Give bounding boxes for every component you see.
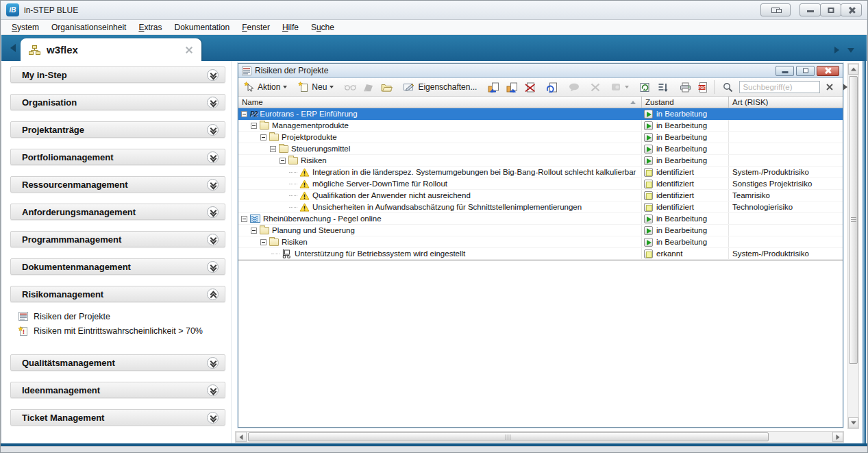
comment-button[interactable] bbox=[565, 79, 583, 95]
table-row[interactable]: Planung und Steuerung in Bearbeitung bbox=[238, 225, 843, 236]
check-in-button[interactable] bbox=[503, 79, 521, 95]
column-header-name[interactable]: Name bbox=[238, 97, 642, 108]
collapse-expander[interactable] bbox=[260, 239, 266, 245]
menu-suche[interactable]: Suche bbox=[305, 21, 340, 34]
column-header-zustand[interactable]: Zustand bbox=[642, 97, 729, 108]
refresh-document-button[interactable] bbox=[543, 79, 561, 95]
collapse-expander[interactable] bbox=[260, 134, 266, 140]
menu-system[interactable]: System bbox=[5, 21, 45, 34]
collapse-expander[interactable] bbox=[241, 111, 247, 117]
table-row[interactable]: P2Eurotrans - ERP Einführung in Bearbeit… bbox=[238, 108, 843, 120]
tab-scroll-left-icon[interactable] bbox=[10, 44, 16, 52]
collapse-expander[interactable] bbox=[241, 216, 247, 222]
menu-extras[interactable]: Extras bbox=[132, 21, 168, 34]
check-out-button[interactable] bbox=[484, 79, 503, 95]
delete-button[interactable] bbox=[587, 79, 604, 95]
collapse-expander[interactable] bbox=[270, 146, 276, 152]
search-button[interactable] bbox=[719, 79, 736, 95]
sort-button[interactable] bbox=[654, 79, 672, 95]
table-row[interactable]: Steuerungsmittel in Bearbeitung bbox=[238, 143, 843, 155]
view-button[interactable] bbox=[341, 79, 360, 95]
minimize-button[interactable] bbox=[799, 3, 821, 16]
sidebar-section-ideenmanagement[interactable]: Ideenmanagement bbox=[10, 382, 225, 398]
collapse-expander[interactable] bbox=[280, 158, 286, 164]
sidebar-section-dokumentenmanagement[interactable]: Dokumentenmanagement bbox=[10, 258, 225, 275]
sidebar-section-ressourcenmanagement[interactable]: Ressourcenmanagement bbox=[10, 176, 225, 193]
stamp-button[interactable] bbox=[360, 79, 377, 95]
maximize-button[interactable] bbox=[820, 3, 841, 16]
chevron-double-down-icon bbox=[207, 179, 219, 191]
refresh-view-button[interactable] bbox=[636, 79, 654, 95]
refresh-box-icon bbox=[640, 82, 651, 93]
tab-w3flex[interactable]: w3flex bbox=[21, 38, 201, 61]
scroll-right-button[interactable] bbox=[832, 432, 843, 442]
warning-triangle-icon bbox=[299, 203, 310, 212]
export-pdf-button[interactable]: PDF bbox=[695, 79, 712, 95]
table-row[interactable]: Qualifikation der Anwender nicht ausreic… bbox=[238, 190, 843, 201]
minimize-icon bbox=[807, 10, 814, 12]
sidebar-section-anforderungsmanagement[interactable]: Anforderungsmanagement bbox=[10, 204, 225, 220]
sort-lines-icon bbox=[658, 82, 669, 93]
collapse-expander[interactable] bbox=[251, 228, 257, 234]
table-row[interactable]: Managementprodukte in Bearbeitung bbox=[238, 120, 843, 132]
table-row[interactable]: Rheinüberwachung - Pegel online in Bearb… bbox=[238, 213, 843, 225]
close-button[interactable] bbox=[841, 3, 862, 16]
panel-close-button[interactable] bbox=[817, 66, 839, 76]
menu-organisationseinheit[interactable]: Organisationseinheit bbox=[45, 21, 132, 34]
table-body: P2Eurotrans - ERP Einführung in Bearbeit… bbox=[238, 108, 843, 260]
sidebar-item-risiken-der-projekte[interactable]: Risiken der Projekte bbox=[18, 309, 225, 323]
state-identifiziert-icon bbox=[644, 203, 653, 212]
folder-icon bbox=[288, 157, 298, 164]
restore-icon bbox=[803, 69, 808, 73]
link-button[interactable] bbox=[608, 79, 632, 95]
chevron-double-down-icon bbox=[207, 357, 219, 369]
table-row[interactable]: Risiken in Bearbeitung bbox=[238, 155, 843, 167]
column-header-art-risk[interactable]: Art (RISK) bbox=[729, 97, 843, 108]
table-row[interactable]: Projektprodukte in Bearbeitung bbox=[238, 132, 843, 143]
panel-minimize-button[interactable] bbox=[776, 66, 794, 76]
scroll-down-button[interactable] bbox=[848, 417, 858, 428]
search-clear-button[interactable] bbox=[823, 79, 836, 95]
table-row[interactable]: Integration in die länderspez. Systemumg… bbox=[238, 167, 843, 178]
aktion-button[interactable]: Aktion bbox=[240, 79, 290, 95]
sidebar-section-projektantraege[interactable]: Projektanträge bbox=[10, 121, 225, 138]
undo-checkout-button[interactable] bbox=[521, 79, 539, 95]
neu-button[interactable]: Neu bbox=[295, 79, 337, 95]
table-row[interactable]: Risiken in Bearbeitung bbox=[238, 236, 843, 248]
vertical-scrollbar[interactable] bbox=[847, 63, 859, 429]
separator bbox=[714, 80, 715, 94]
sidebar-item-risiken-eintrittswahrscheinlichkeit[interactable]: ! Risiken mit Eintrittswahrscheinlichkei… bbox=[18, 323, 225, 338]
table-row[interactable]: mögliche Server-DownTime für Rollout ide… bbox=[238, 178, 843, 190]
sidebar-section-risikomanagement[interactable]: Risikomanagement bbox=[10, 286, 225, 302]
menu-dokumentation[interactable]: Dokumentation bbox=[168, 21, 236, 34]
warning-triangle-icon bbox=[299, 180, 310, 188]
tab-close-icon[interactable] bbox=[185, 46, 193, 54]
panel-restore-button[interactable] bbox=[796, 66, 815, 76]
menu-fenster[interactable]: Fenster bbox=[236, 21, 276, 34]
print-button[interactable] bbox=[676, 79, 695, 95]
sidebar-section-portfoliomanagement[interactable]: Portfoliomanagement bbox=[10, 149, 225, 165]
tab-list-icon[interactable] bbox=[847, 48, 854, 53]
chevron-double-down-icon bbox=[207, 412, 219, 424]
table-row[interactable]: Unsicherheiten in Aufwandsabschätzung fü… bbox=[238, 201, 843, 213]
scroll-up-button[interactable] bbox=[848, 64, 858, 75]
open-folder-button[interactable] bbox=[377, 79, 396, 95]
sidebar-section-qualitaetsmanagement[interactable]: Qualitätsmanagement bbox=[10, 354, 225, 371]
menu-hilfe[interactable]: Hilfe bbox=[276, 21, 305, 34]
scroll-left-button[interactable] bbox=[236, 432, 247, 442]
horizontal-scroll-thumb[interactable] bbox=[248, 432, 769, 441]
titlebar: iB in-STEP BLUE bbox=[1, 1, 867, 20]
horizontal-scrollbar[interactable] bbox=[235, 431, 844, 443]
sidebar-section-ticket-management[interactable]: Ticket Management bbox=[10, 409, 225, 426]
sidebar-section-programmmanagement[interactable]: Programmmanagement bbox=[10, 231, 225, 247]
search-input[interactable] bbox=[739, 81, 820, 93]
window-switch-button[interactable] bbox=[760, 3, 791, 16]
vertical-scroll-thumb[interactable] bbox=[849, 76, 858, 364]
eigenschaften-button[interactable]: Eigenschaften... bbox=[400, 79, 480, 95]
dropdown-caret-icon bbox=[283, 86, 287, 88]
sidebar-section-my-in-step[interactable]: My in-Step bbox=[10, 66, 225, 83]
sidebar-section-organisation[interactable]: Organisation bbox=[10, 94, 225, 110]
collapse-expander[interactable] bbox=[251, 123, 257, 129]
tab-scroll-right-icon[interactable] bbox=[834, 47, 839, 53]
table-row[interactable]: Unterstützung für Betriebssystem wird ei… bbox=[238, 248, 843, 260]
